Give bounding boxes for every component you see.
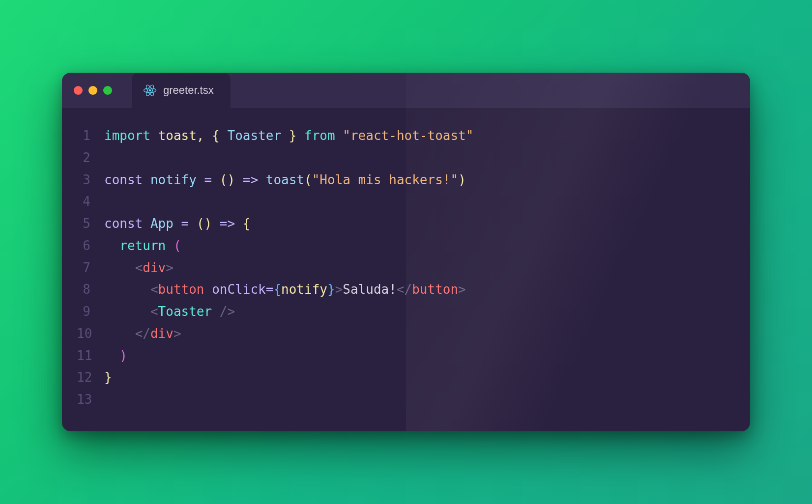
code-line: 10 </div>	[77, 323, 735, 345]
line-number: 6	[77, 235, 104, 257]
code-line: 11 )	[77, 345, 735, 367]
code-line: 1 import toast, { Toaster } from "react-…	[77, 125, 735, 147]
code-content: }	[104, 366, 112, 389]
code-content: <div>	[104, 257, 174, 279]
code-line: 6 return (	[77, 235, 735, 257]
code-content: const App = () => {	[104, 213, 250, 235]
react-icon	[144, 84, 156, 97]
code-line: 13	[77, 389, 735, 411]
code-line: 3 const notify = () => toast("Hola mis h…	[77, 169, 735, 191]
code-line: 8 <button onClick={notify}>Saluda!</butt…	[77, 279, 735, 301]
line-number: 1	[77, 125, 104, 147]
window-controls	[74, 86, 112, 95]
titlebar: greeter.tsx	[62, 73, 750, 108]
code-line: 4	[77, 191, 735, 213]
line-number: 4	[77, 191, 104, 213]
line-number: 3	[77, 169, 104, 191]
code-content: <button onClick={notify}>Saluda!</button…	[104, 279, 466, 301]
line-number: 2	[77, 147, 104, 169]
zoom-icon[interactable]	[103, 86, 112, 95]
code-content: return (	[104, 235, 181, 257]
editor-window: greeter.tsx 1 import toast, { Toaster } …	[62, 73, 750, 431]
line-number: 9	[77, 301, 104, 323]
code-line: 5 const App = () => {	[77, 213, 735, 235]
line-number: 7	[77, 257, 104, 279]
code-line: 7 <div>	[77, 257, 735, 279]
line-number: 10	[77, 323, 104, 345]
code-content: </div>	[104, 323, 181, 345]
code-line: 9 <Toaster />	[77, 301, 735, 323]
code-content: import toast, { Toaster } from "react-ho…	[104, 125, 473, 147]
code-editor[interactable]: 1 import toast, { Toaster } from "react-…	[62, 108, 750, 431]
code-line: 12 }	[77, 366, 735, 389]
line-number: 12	[77, 366, 104, 389]
tab-active[interactable]: greeter.tsx	[132, 73, 231, 108]
tab-filename: greeter.tsx	[163, 84, 214, 97]
code-content: )	[104, 345, 127, 367]
code-content: <Toaster />	[104, 301, 235, 323]
minimize-icon[interactable]	[88, 86, 97, 95]
line-number: 5	[77, 213, 104, 235]
svg-point-0	[149, 89, 151, 92]
close-icon[interactable]	[74, 86, 83, 95]
line-number: 8	[77, 279, 104, 301]
code-line: 2	[77, 147, 735, 169]
code-content: const notify = () => toast("Hola mis hac…	[104, 169, 466, 191]
line-number: 13	[77, 389, 104, 411]
line-number: 11	[77, 345, 104, 367]
